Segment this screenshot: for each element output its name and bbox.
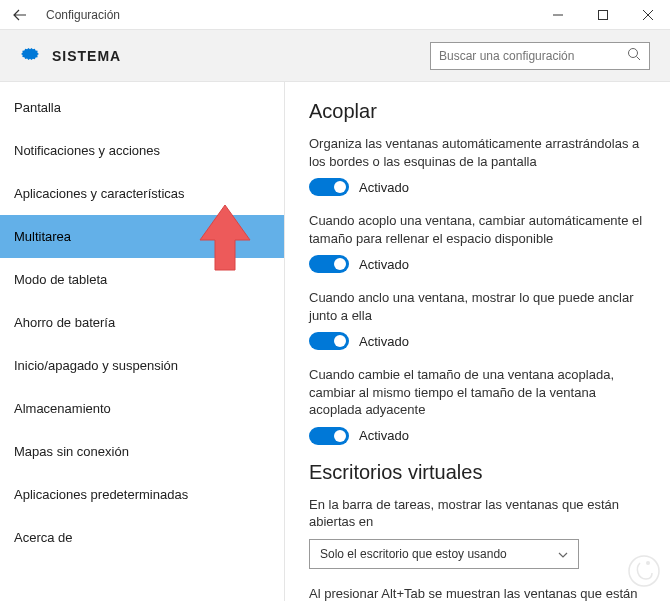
close-button[interactable] xyxy=(625,0,670,30)
body: Pantalla Notificaciones y acciones Aplic… xyxy=(0,82,670,601)
back-button[interactable] xyxy=(0,0,40,30)
maximize-button[interactable] xyxy=(580,0,625,30)
toggle-label: Activado xyxy=(359,428,409,443)
sidebar-item-label: Ahorro de batería xyxy=(14,315,115,330)
sidebar-item-tableta[interactable]: Modo de tableta xyxy=(0,258,284,301)
svg-rect-0 xyxy=(598,10,607,19)
setting-desc: En la barra de tareas, mostrar las venta… xyxy=(309,496,646,531)
sidebar-item-label: Inicio/apagado y suspensión xyxy=(14,358,178,373)
sidebar-item-predeterminadas[interactable]: Aplicaciones predeterminadas xyxy=(0,473,284,516)
minimize-icon xyxy=(553,10,563,20)
toggle-row: Activado xyxy=(309,427,646,445)
titlebar: Configuración xyxy=(0,0,670,30)
toggle-label: Activado xyxy=(359,334,409,349)
toggle-row: Activado xyxy=(309,255,646,273)
search-icon xyxy=(627,47,641,65)
sidebar-item-pantalla[interactable]: Pantalla xyxy=(0,86,284,129)
sidebar-item-label: Almacenamiento xyxy=(14,401,111,416)
chevron-down-icon xyxy=(558,547,568,561)
search-input[interactable] xyxy=(439,49,627,63)
gear-icon xyxy=(20,44,40,68)
toggle-snap-arrange[interactable] xyxy=(309,178,349,196)
sidebar-item-label: Pantalla xyxy=(14,100,61,115)
sidebar-item-acerca[interactable]: Acerca de xyxy=(0,516,284,559)
search-box[interactable] xyxy=(430,42,650,70)
setting-desc: Cuando cambie el tamaño de una ventana a… xyxy=(309,366,646,419)
toggle-label: Activado xyxy=(359,257,409,272)
sidebar-item-notificaciones[interactable]: Notificaciones y acciones xyxy=(0,129,284,172)
back-arrow-icon xyxy=(13,8,27,22)
maximize-icon xyxy=(598,10,608,20)
content: Acoplar Organiza las ventanas automática… xyxy=(285,82,670,601)
sidebar-item-label: Modo de tableta xyxy=(14,272,107,287)
section-title-virtual-desktops: Escritorios virtuales xyxy=(309,461,646,484)
svg-point-1 xyxy=(629,48,638,57)
sidebar-item-almacenamiento[interactable]: Almacenamiento xyxy=(0,387,284,430)
window-title: Configuración xyxy=(40,8,535,22)
sidebar-item-label: Aplicaciones y características xyxy=(14,186,185,201)
setting-desc: Cuando acoplo una ventana, cambiar autom… xyxy=(309,212,646,247)
setting-desc: Al presionar Alt+Tab se muestran las ven… xyxy=(309,585,646,601)
sidebar-item-label: Multitarea xyxy=(14,229,71,244)
section-title-snap: Acoplar xyxy=(309,100,646,123)
toggle-snap-resize[interactable] xyxy=(309,427,349,445)
sidebar-item-label: Mapas sin conexión xyxy=(14,444,129,459)
sidebar-item-multitarea[interactable]: Multitarea xyxy=(0,215,284,258)
sidebar-item-aplicaciones[interactable]: Aplicaciones y características xyxy=(0,172,284,215)
sidebar-item-label: Aplicaciones predeterminadas xyxy=(14,487,188,502)
sidebar-item-label: Notificaciones y acciones xyxy=(14,143,160,158)
setting-desc: Cuando anclo una ventana, mostrar lo que… xyxy=(309,289,646,324)
header: SISTEMA xyxy=(0,30,670,82)
close-icon xyxy=(643,10,653,20)
sidebar-item-bateria[interactable]: Ahorro de batería xyxy=(0,301,284,344)
dropdown-taskbar[interactable]: Solo el escritorio que estoy usando xyxy=(309,539,579,569)
sidebar: Pantalla Notificaciones y acciones Aplic… xyxy=(0,82,285,601)
toggle-row: Activado xyxy=(309,178,646,196)
minimize-button[interactable] xyxy=(535,0,580,30)
window-controls xyxy=(535,0,670,30)
sidebar-item-inicio[interactable]: Inicio/apagado y suspensión xyxy=(0,344,284,387)
dropdown-value: Solo el escritorio que estoy usando xyxy=(320,547,507,561)
toggle-row: Activado xyxy=(309,332,646,350)
sidebar-item-mapas[interactable]: Mapas sin conexión xyxy=(0,430,284,473)
header-system-label: SISTEMA xyxy=(52,48,430,64)
toggle-snap-fill[interactable] xyxy=(309,255,349,273)
toggle-snap-assist[interactable] xyxy=(309,332,349,350)
toggle-label: Activado xyxy=(359,180,409,195)
setting-desc: Organiza las ventanas automáticamente ar… xyxy=(309,135,646,170)
sidebar-item-label: Acerca de xyxy=(14,530,73,545)
